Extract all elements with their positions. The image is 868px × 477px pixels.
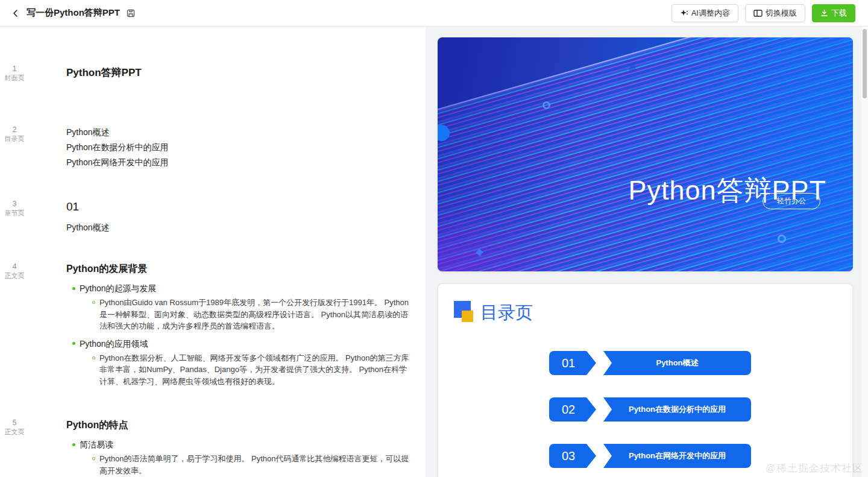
toc-line[interactable]: Python在网络开发中的应用 [66, 155, 411, 170]
preview-panel: Python答辩PPT 轻竹办公 目录页 01 Python概述 02 Pyth… [426, 27, 868, 477]
section-number: 4 [0, 262, 29, 271]
bullet-ring-icon [92, 457, 95, 460]
toc-item-number: 02 [549, 397, 596, 422]
top-bar: 写一份Python答辩PPT AI调整内容 切换模版 下载 [0, 0, 868, 27]
bullet-detail[interactable]: Python的语法简单明了，易于学习和使用。 Python代码通常比其他编程语言… [99, 453, 410, 476]
content-heading[interactable]: Python的发展背景 [66, 262, 411, 276]
toc-item-number: 01 [549, 351, 596, 375]
ring-decoration [778, 235, 786, 243]
template-icon [753, 9, 763, 17]
section-number: 1 [0, 65, 29, 74]
outline-section-chapter: 3 章节页 01 Python概述 [0, 199, 426, 234]
watermark: @稀土掘金技术社区 [766, 461, 863, 475]
bullet-label[interactable]: Python的应用领域 [80, 336, 148, 351]
outline-section-cover: 1 封面页 Python答辩PPT [0, 64, 426, 83]
save-icon[interactable] [126, 8, 136, 18]
section-number: 2 [0, 125, 29, 134]
ai-adjust-label: AI调整内容 [691, 8, 730, 19]
outline-panel: 1 封面页 Python答辩PPT 2 目录页 Python概述 Python在… [0, 27, 426, 477]
bullet-ring-icon [92, 301, 95, 304]
outline-section-body-1: 4 正文页 Python的发展背景 Python的起源与发展 Python由Gu… [0, 262, 426, 391]
section-type-label: 章节页 [0, 209, 29, 218]
bullet-detail[interactable]: Python在数据分析、人工智能、网络开发等多个领域都有广泛的应用。 Pytho… [99, 352, 410, 388]
back-icon[interactable] [11, 8, 20, 18]
scrollbar-thumb[interactable] [863, 29, 867, 98]
toc-item-label: Python在数据分析中的应用 [603, 397, 751, 422]
toc-item: 03 Python在网络开发中的应用 [549, 444, 751, 468]
section-type-label: 正文页 [0, 428, 29, 437]
section-number: 3 [0, 200, 29, 209]
toc-item: 02 Python在数据分析中的应用 [549, 397, 751, 422]
bullet-detail[interactable]: Python由Guido van Rossum于1989年底发明，第一个公开发行… [99, 297, 410, 332]
logo-yellow-square-icon [462, 311, 473, 322]
bullet-dot-icon [72, 342, 75, 345]
download-label: 下载 [831, 8, 847, 19]
toc-item: 01 Python概述 [549, 351, 751, 375]
document-title: 写一份Python答辩PPT [27, 7, 120, 19]
toc-item-label: Python在网络开发中的应用 [603, 444, 751, 468]
section-type-label: 封面页 [0, 74, 29, 83]
sparkle-icon [680, 9, 688, 17]
section-type-label: 目录页 [0, 134, 29, 144]
scrollbar-track[interactable] [861, 27, 868, 477]
cover-title-text[interactable]: Python答辩PPT [66, 64, 411, 82]
section-type-label: 正文页 [0, 271, 29, 280]
bullet-label[interactable]: 简洁易读 [80, 437, 113, 452]
outline-section-body-2: 5 正文页 Python的特点 简洁易读 Python的语法简单明了，易于学习和… [0, 418, 426, 477]
download-button[interactable]: 下载 [812, 4, 855, 22]
toc-item-number: 03 [549, 444, 596, 468]
bullet-dot-icon [72, 443, 75, 446]
cover-gradient-overlay [438, 37, 853, 271]
outline-section-toc: 2 目录页 Python概述 Python在数据分析中的应用 Python在网络… [0, 125, 426, 170]
bullet-label[interactable]: Python的起源与发展 [80, 281, 157, 295]
ring-decoration [542, 101, 550, 109]
slide-preview-toc[interactable]: 目录页 01 Python概述 02 Python在数据分析中的应用 03 Py… [438, 283, 853, 477]
switch-template-label: 切换模版 [766, 8, 797, 19]
chapter-number[interactable]: 01 [66, 199, 411, 215]
bullet-ring-icon [92, 356, 95, 359]
toc-line[interactable]: Python概述 [66, 125, 411, 140]
chapter-title[interactable]: Python概述 [66, 221, 411, 234]
switch-template-button[interactable]: 切换模版 [745, 4, 805, 22]
ai-adjust-button[interactable]: AI调整内容 [671, 4, 738, 22]
bullet-dot-icon [72, 287, 75, 290]
brand-badge: 轻竹办公 [763, 193, 820, 209]
toc-line[interactable]: Python在数据分析中的应用 [66, 140, 411, 155]
slide-preview-cover[interactable]: Python答辩PPT 轻竹办公 [438, 37, 853, 271]
download-icon [820, 9, 828, 17]
slide-toc-title: 目录页 [480, 301, 533, 325]
content-heading[interactable]: Python的特点 [66, 418, 411, 432]
toc-item-label: Python概述 [603, 351, 751, 375]
section-number: 5 [0, 419, 29, 428]
